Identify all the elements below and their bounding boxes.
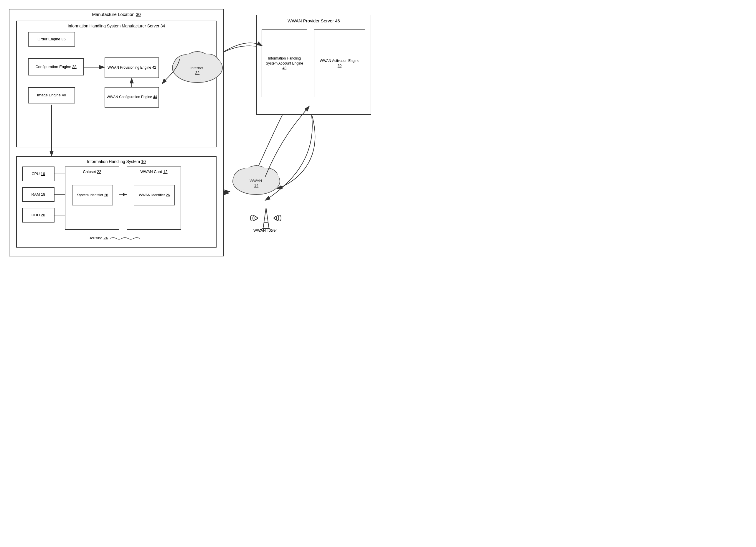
chipset-num: 22 — [97, 169, 101, 174]
ram-num: 18 — [41, 192, 45, 196]
ihs-acct-text: Information Handling System Account Engi… — [266, 56, 303, 65]
internet-text: Internet — [190, 66, 203, 70]
ihs-acct-num: 48 — [283, 66, 286, 70]
cpu-num: 16 — [41, 171, 45, 176]
ihs-manufacturer-server-label: Information Handling System Manufacturer… — [68, 24, 165, 28]
cpu-text: CPU — [32, 171, 39, 176]
wwan-config-engine-box: WWAN Configuration Engine 44 — [105, 87, 159, 108]
hdd-label: HDD 20 — [32, 213, 45, 218]
hdd-box: HDD 20 — [22, 208, 55, 222]
housing-num: 24 — [103, 236, 108, 240]
ihs-account-engine-box: Information Handling System Account Engi… — [262, 29, 307, 97]
wwan-provider-label: WWAN Provider Server 46 — [288, 18, 340, 23]
housing-text: Housing — [88, 236, 103, 240]
wwan-tower: WWAN Tower — [247, 206, 283, 232]
wwan-provider-text: WWAN Provider Server — [288, 18, 334, 23]
sys-id-num: 28 — [104, 193, 108, 197]
order-engine-text: Order Engine — [37, 37, 60, 41]
hdd-text: HDD — [32, 213, 40, 217]
order-engine-box: Order Engine 36 — [28, 32, 75, 47]
hdd-num: 20 — [41, 213, 45, 217]
wwan-cloud: WWAN 14 — [227, 150, 286, 203]
ihs-text: Information Handling System — [87, 159, 140, 164]
internet-cloud: Internet 32 — [168, 38, 227, 85]
cpu-box: CPU 16 — [22, 166, 55, 181]
wwan-id-text: WWAN Identifier — [139, 193, 165, 197]
wwan-config-num: 44 — [153, 95, 157, 99]
ihs-account-engine-label: Information Handling System Account Engi… — [262, 56, 307, 71]
wwan-act-text: WWAN Activation Engine — [320, 59, 359, 63]
config-engine-box: Configuration Engine 38 — [28, 58, 84, 75]
housing-label: Housing 24 — [88, 236, 146, 240]
wwan-id-label: WWAN Identifier 26 — [139, 193, 170, 197]
manufacture-location-text: Manufacture Location — [92, 12, 134, 17]
system-id-label: System Identifier 28 — [77, 193, 108, 197]
wwan-activation-engine-box: WWAN Activation Engine 50 — [314, 29, 365, 97]
wwan-card-box: WWAN Card 12 WWAN Identifier 26 — [127, 166, 181, 230]
wwan-card-label: WWAN Card 12 — [141, 169, 168, 174]
chipset-text: Chipset — [83, 169, 96, 174]
wwan-provisioning-box: WWAN Provisioning Engine 42 — [105, 57, 159, 78]
wwan-card-text: WWAN Card — [141, 169, 162, 174]
wwan-prov-num: 42 — [152, 65, 156, 70]
ram-box: RAM 18 — [22, 187, 55, 202]
ihs-label: Information Handling System 10 — [87, 159, 146, 164]
signal-waves — [247, 206, 283, 230]
wwan-prov-text: WWAN Provisioning Engine — [108, 65, 151, 70]
wwan-provisioning-label: WWAN Provisioning Engine 42 — [108, 65, 156, 70]
ihs-mfr-server-text: Information Handling System Manufacturer… — [68, 24, 159, 28]
image-engine-text: Image Engine — [37, 93, 61, 97]
config-engine-text: Configuration Engine — [35, 65, 71, 69]
image-engine-box: Image Engine 40 — [28, 87, 75, 103]
config-engine-num: 38 — [72, 65, 76, 69]
sys-id-text: System Identifier — [77, 193, 103, 197]
ram-text: RAM — [32, 192, 40, 196]
wwan-provider-num: 46 — [335, 18, 340, 23]
wwan-activation-label: WWAN Activation Engine 50 — [320, 58, 359, 68]
wwan-config-text: WWAN Configuration Engine — [107, 95, 152, 99]
internet-num-text: 32 — [195, 70, 199, 75]
diagram: Manufacture Location 30 Information Hand… — [0, 0, 378, 274]
chipset-label: Chipset 22 — [83, 169, 101, 174]
ihs-num: 10 — [141, 159, 146, 164]
wwan-card-num: 12 — [163, 169, 167, 174]
order-engine-num: 36 — [61, 37, 65, 41]
wwan-id-num: 26 — [166, 193, 170, 197]
wwan-act-num: 50 — [338, 64, 341, 68]
wwan-tower-label: WWAN Tower — [247, 228, 283, 232]
manufacture-location-label: Manufacture Location 30 — [92, 12, 141, 17]
image-engine-label: Image Engine 40 — [37, 93, 66, 98]
order-engine-label: Order Engine 36 — [37, 37, 65, 42]
wwan-tower-text: WWAN Tower — [253, 228, 277, 232]
system-identifier-box: System Identifier 28 — [72, 185, 113, 205]
ihs-mfr-server-num: 34 — [161, 24, 165, 28]
wwan-identifier-box: WWAN Identifier 26 — [134, 185, 175, 205]
image-engine-num: 40 — [62, 93, 66, 97]
manufacture-location-num: 30 — [136, 12, 141, 17]
wwan-config-engine-label: WWAN Configuration Engine 44 — [107, 95, 157, 100]
chipset-box: Chipset 22 System Identifier 28 — [65, 166, 119, 230]
ram-label: RAM 18 — [32, 192, 45, 197]
config-engine-label: Configuration Engine 38 — [35, 65, 77, 70]
cpu-label: CPU 16 — [32, 171, 45, 176]
